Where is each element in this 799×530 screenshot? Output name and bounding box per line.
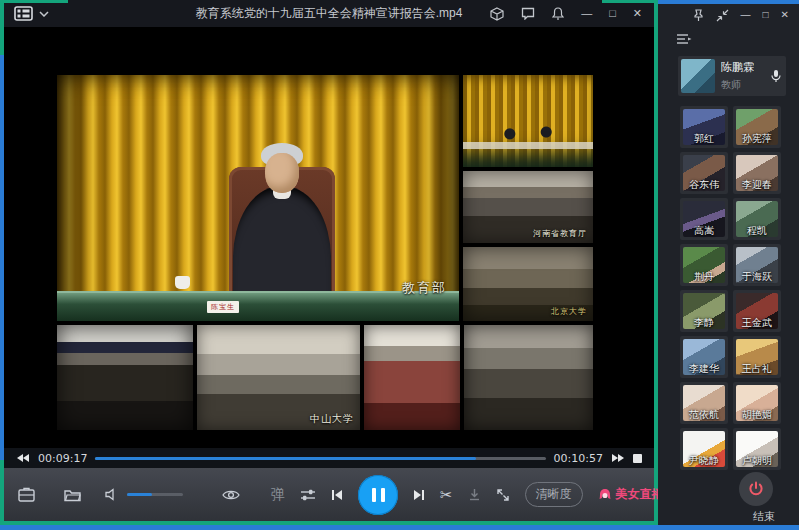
beauty-live-button[interactable]: 美女直播 (598, 486, 664, 503)
active-speaker-card[interactable]: 陈鹏霖 教师 (678, 56, 786, 96)
participant-name: 李迎春 (733, 178, 781, 192)
beauty-live-label: 美女直播 (616, 486, 664, 503)
seek-bar-fill (95, 457, 475, 460)
participant-cell[interactable]: 荆丹 (680, 244, 728, 286)
background-window-edge (0, 55, 4, 460)
conference-mosaic: 陈宝生 教育部 河南省教育厅 北京大学 中山大学 (57, 75, 593, 430)
speaker-role: 教师 (721, 78, 754, 92)
power-icon (748, 481, 764, 497)
pause-button[interactable] (358, 475, 398, 515)
sidebar-titlebar: — □ ✕ (658, 4, 799, 26)
participant-name: 王金武 (733, 316, 781, 330)
window-border-accent (0, 0, 68, 3)
participant-name: 范依航 (680, 408, 728, 422)
quality-button[interactable]: 清晰度 (525, 482, 583, 507)
volume-slider[interactable] (127, 493, 183, 496)
venue-label-zhongshan: 中山大学 (310, 412, 354, 426)
seek-bar[interactable] (95, 457, 545, 460)
participant-cell[interactable]: 高嵩 (680, 198, 728, 240)
participant-name: 王占礼 (733, 362, 781, 376)
next-track-icon[interactable] (413, 489, 425, 501)
participant-name: 郭红 (680, 132, 728, 146)
participants-grid: 郭红 孙宪萍 谷东伟 李迎春 高嵩 程凯 荆丹 于海跃 李静 王金武 李建华 王… (680, 106, 781, 470)
eye-icon[interactable] (222, 489, 240, 501)
fullscreen-resize-icon[interactable] (496, 488, 510, 502)
filmstrip-logo-icon[interactable] (14, 6, 33, 21)
video-cell-speaker: 陈宝生 教育部 (57, 75, 459, 321)
venue-label-peking: 北京大学 (551, 306, 587, 317)
participant-cell[interactable]: 范依航 (680, 382, 728, 424)
maximize-button[interactable]: □ (609, 8, 616, 19)
minimize-button[interactable]: — (581, 8, 592, 19)
participant-cell[interactable]: 王金武 (733, 290, 781, 332)
player-window: 教育系统党的十九届五中全会精神宣讲报告会.mp4 (0, 0, 658, 525)
control-bar: 弹 (4, 468, 654, 521)
speaker-avatar (681, 59, 715, 93)
end-meeting-button[interactable] (739, 472, 773, 506)
message-icon[interactable] (521, 7, 535, 20)
participant-name: 于海跃 (733, 270, 781, 284)
open-folder-icon[interactable] (64, 488, 82, 502)
participant-name: 尹晓静 (680, 454, 728, 468)
volume-fill (127, 493, 152, 496)
participant-name: 程凯 (733, 224, 781, 238)
conference-panel-window: — □ ✕ 陈鹏霖 教师 (658, 0, 799, 525)
rewind-icon[interactable] (16, 453, 30, 463)
fast-forward-icon[interactable] (611, 453, 625, 463)
volume-icon[interactable] (105, 488, 118, 501)
participant-cell[interactable]: 郭红 (680, 106, 728, 148)
participant-name: 高嵩 (680, 224, 728, 238)
participant-cell[interactable]: 王占礼 (733, 336, 781, 378)
speaker-name-plate: 陈宝生 (207, 301, 239, 313)
member-list-menu-icon[interactable] (676, 33, 692, 45)
video-cell-hall-3 (464, 325, 593, 430)
scissors-clip-icon[interactable]: ✂ (440, 486, 453, 504)
girl-icon (598, 488, 612, 502)
tune-sliders-icon[interactable] (300, 488, 316, 502)
participant-name: 李静 (680, 316, 728, 330)
participant-cell[interactable]: 李静 (680, 290, 728, 332)
background-window-edge (0, 525, 799, 530)
previous-track-icon[interactable] (331, 489, 343, 501)
playlist-box-icon[interactable] (18, 487, 35, 502)
desk-decor (57, 291, 459, 321)
box-3d-icon[interactable] (490, 7, 504, 21)
player-titlebar: 教育系统党的十九届五中全会精神宣讲报告会.mp4 (4, 0, 654, 27)
video-cell-henan: 河南省教育厅 (463, 171, 593, 243)
video-cell-hall-2 (364, 325, 460, 430)
participant-cell[interactable]: 程凯 (733, 198, 781, 240)
video-display-area[interactable]: 陈宝生 教育部 河南省教育厅 北京大学 中山大学 (4, 27, 654, 448)
download-icon[interactable] (468, 488, 481, 501)
current-time: 00:09:17 (38, 452, 87, 465)
participant-cell[interactable]: 孙宪萍 (733, 106, 781, 148)
video-cell-zhongshan: 中山大学 (197, 325, 360, 430)
participant-name: 孙宪萍 (733, 132, 781, 146)
participant-name: 卢朝明 (733, 454, 781, 468)
participant-name: 李建华 (680, 362, 728, 376)
participant-cell[interactable]: 卢朝明 (733, 428, 781, 470)
screen: 教育系统党的十九届五中全会精神宣讲报告会.mp4 (0, 0, 799, 530)
participant-cell[interactable]: 谷东伟 (680, 152, 728, 194)
bell-icon[interactable] (552, 7, 564, 21)
participant-cell[interactable]: 李建华 (680, 336, 728, 378)
sidebar-close-button[interactable]: ✕ (781, 10, 789, 20)
participant-cell[interactable]: 于海跃 (733, 244, 781, 286)
danmaku-toggle[interactable]: 弹 (271, 486, 285, 504)
collapse-arrows-icon[interactable] (716, 9, 729, 22)
close-button[interactable]: ✕ (633, 8, 642, 19)
participant-name: 谷东伟 (680, 178, 728, 192)
sidebar-minimize-button[interactable]: — (741, 10, 751, 20)
participant-name: 胡艳媚 (733, 408, 781, 422)
participant-cell[interactable]: 李迎春 (733, 152, 781, 194)
speaker-name: 陈鹏霖 (721, 60, 754, 75)
chevron-down-icon[interactable] (39, 11, 49, 17)
teacup-decor (175, 276, 190, 289)
sidebar-maximize-button[interactable]: □ (763, 10, 769, 20)
total-time: 00:10:57 (554, 452, 603, 465)
participant-cell[interactable]: 胡艳媚 (733, 382, 781, 424)
video-cell-peking: 北京大学 (463, 247, 593, 321)
participant-name: 荆丹 (680, 270, 728, 284)
participant-cell[interactable]: 尹晓静 (680, 428, 728, 470)
stop-icon[interactable] (633, 454, 642, 463)
pin-icon[interactable] (693, 9, 704, 22)
